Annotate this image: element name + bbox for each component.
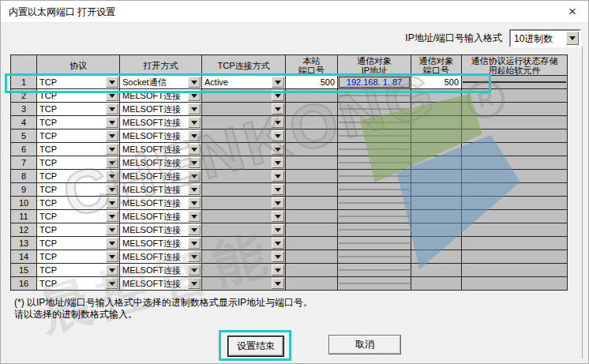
- protocol-dropdown-arrow-button[interactable]: [106, 171, 118, 182]
- protocol-dropdown-arrow-button[interactable]: [106, 157, 118, 168]
- protocol-dropdown-arrow-button[interactable]: [106, 224, 118, 235]
- header-local-port: 本站 端口号: [286, 55, 338, 76]
- open-method-dropdown-arrow-button[interactable]: [188, 130, 201, 141]
- protocol-dropdown[interactable]: TCP: [37, 250, 120, 264]
- chevron-down-icon: [109, 215, 115, 222]
- open-method-dropdown-value: MELSOFT连接: [120, 238, 181, 250]
- open-method-dropdown-value: MELSOFT连接: [120, 251, 181, 263]
- protocol-dropdown-arrow-button[interactable]: [106, 103, 118, 114]
- protocol-dropdown-arrow-button[interactable]: [106, 278, 118, 289]
- chevron-down-icon: [109, 148, 115, 155]
- ok-button[interactable]: 设置结束: [228, 336, 283, 356]
- local-port-field[interactable]: 500: [286, 76, 338, 89]
- open-method-dropdown-arrow-button[interactable]: [188, 117, 201, 128]
- protocol-dropdown[interactable]: TCP: [37, 89, 120, 103]
- open-method-dropdown[interactable]: MELSOFT连接: [120, 197, 202, 210]
- open-method-dropdown[interactable]: MELSOFT连接: [120, 116, 202, 129]
- open-method-dropdown[interactable]: MELSOFT连接: [120, 277, 202, 291]
- local-port-field: [286, 210, 338, 223]
- protocol-dropdown-arrow-button[interactable]: [106, 90, 118, 101]
- open-method-dropdown-arrow-button[interactable]: [188, 103, 201, 114]
- table-row: 6TCPMELSOFT连接: [11, 143, 568, 156]
- protocol-dropdown[interactable]: TCP: [37, 277, 120, 291]
- tcp-mode-dropdown-arrow-button: [272, 103, 284, 114]
- open-method-dropdown-arrow-button[interactable]: [188, 224, 201, 235]
- open-method-dropdown[interactable]: MELSOFT连接: [120, 237, 202, 250]
- open-method-dropdown[interactable]: MELSOFT连接: [120, 210, 202, 223]
- open-method-dropdown-value: MELSOFT连接: [120, 117, 181, 129]
- protocol-dropdown-arrow-button[interactable]: [106, 184, 118, 195]
- open-method-dropdown-arrow-button[interactable]: [188, 211, 201, 222]
- protocol-dropdown-arrow-button[interactable]: [106, 144, 118, 155]
- table-row: 11TCPMELSOFT连接: [11, 210, 568, 223]
- protocol-dropdown[interactable]: TCP: [37, 156, 120, 170]
- protocol-dropdown-arrow-button[interactable]: [106, 77, 118, 88]
- open-method-dropdown[interactable]: MELSOFT连接: [120, 129, 202, 143]
- protocol-dropdown[interactable]: TCP: [37, 210, 120, 223]
- target-port-field: [411, 250, 462, 264]
- open-method-dropdown-arrow-button[interactable]: [188, 238, 201, 249]
- protocol-dropdown[interactable]: TCP: [37, 197, 120, 210]
- open-method-dropdown[interactable]: MELSOFT连接: [120, 223, 202, 237]
- open-method-dropdown[interactable]: MELSOFT连接: [120, 103, 202, 116]
- open-method-dropdown[interactable]: MELSOFT连接: [120, 143, 202, 156]
- protocol-dropdown[interactable]: TCP: [37, 264, 120, 277]
- open-method-dropdown[interactable]: MELSOFT连接: [120, 170, 202, 183]
- target-ip-empty-box: [339, 175, 410, 177]
- open-method-dropdown[interactable]: MELSOFT连接: [120, 156, 202, 170]
- open-method-dropdown-arrow-button[interactable]: [188, 278, 201, 289]
- open-method-dropdown-arrow-button[interactable]: [188, 184, 201, 195]
- format-select-arrow-button[interactable]: [566, 32, 579, 45]
- protocol-dropdown[interactable]: TCP: [37, 170, 120, 183]
- protocol-dropdown[interactable]: TCP: [37, 116, 120, 129]
- open-method-dropdown-arrow-button[interactable]: [188, 77, 201, 88]
- protocol-dropdown-arrow-button[interactable]: [106, 197, 118, 208]
- protocol-dropdown-arrow-button[interactable]: [106, 130, 118, 141]
- protocol-dropdown-arrow-button[interactable]: [106, 117, 118, 128]
- open-method-dropdown-arrow-button[interactable]: [188, 90, 201, 101]
- chevron-down-icon: [275, 121, 281, 128]
- target-ip-field[interactable]: 192.168. 1. 87: [338, 76, 411, 89]
- device-field[interactable]: [462, 76, 568, 89]
- table-row: 2TCPMELSOFT连接: [11, 89, 568, 103]
- cancel-button[interactable]: 取消: [328, 335, 401, 355]
- protocol-dropdown[interactable]: TCP: [37, 76, 120, 89]
- chevron-down-icon: [569, 36, 576, 43]
- close-icon[interactable]: ×: [563, 3, 582, 21]
- protocol-dropdown-arrow-button[interactable]: [106, 238, 118, 249]
- target-port-field[interactable]: 500: [411, 76, 462, 89]
- tcp-mode-dropdown: [202, 210, 286, 223]
- tcp-mode-dropdown: [202, 183, 286, 197]
- open-method-dropdown-arrow-button[interactable]: [188, 171, 201, 182]
- open-method-dropdown-arrow-button[interactable]: [188, 265, 201, 276]
- format-select[interactable]: 10进制数: [509, 29, 581, 47]
- open-method-dropdown[interactable]: MELSOFT连接: [120, 183, 202, 197]
- protocol-dropdown[interactable]: TCP: [37, 183, 120, 197]
- tcp-mode-dropdown-arrow-button: [272, 117, 284, 128]
- open-method-dropdown-arrow-button[interactable]: [188, 197, 201, 208]
- protocol-dropdown[interactable]: TCP: [37, 223, 120, 237]
- protocol-dropdown-arrow-button[interactable]: [106, 251, 118, 262]
- protocol-dropdown-arrow-button[interactable]: [106, 265, 118, 276]
- open-method-dropdown-arrow-button[interactable]: [188, 251, 201, 262]
- chevron-down-icon: [191, 148, 197, 155]
- protocol-dropdown[interactable]: TCP: [37, 143, 120, 156]
- open-method-dropdown[interactable]: MELSOFT连接: [120, 250, 202, 264]
- tcp-mode-dropdown-arrow-button[interactable]: [272, 77, 284, 88]
- target-ip-field: [338, 277, 411, 291]
- target-ip-empty-box: [339, 148, 410, 150]
- protocol-dropdown[interactable]: TCP: [37, 129, 120, 143]
- protocol-dropdown[interactable]: TCP: [37, 237, 120, 250]
- open-method-dropdown[interactable]: Socket通信: [120, 76, 202, 89]
- protocol-dropdown[interactable]: TCP: [37, 103, 120, 116]
- open-method-dropdown-arrow-button[interactable]: [188, 157, 201, 168]
- device-field: [462, 143, 568, 156]
- open-method-dropdown-value: Socket通信: [120, 77, 167, 88]
- open-method-dropdown-arrow-button[interactable]: [188, 144, 201, 155]
- open-method-dropdown[interactable]: MELSOFT连接: [120, 264, 202, 277]
- protocol-dropdown-arrow-button[interactable]: [106, 211, 118, 222]
- open-method-dropdown[interactable]: MELSOFT连接: [120, 89, 202, 103]
- row-number: 1: [11, 76, 37, 89]
- device-field: [462, 183, 568, 197]
- tcp-mode-dropdown[interactable]: Active: [202, 76, 286, 89]
